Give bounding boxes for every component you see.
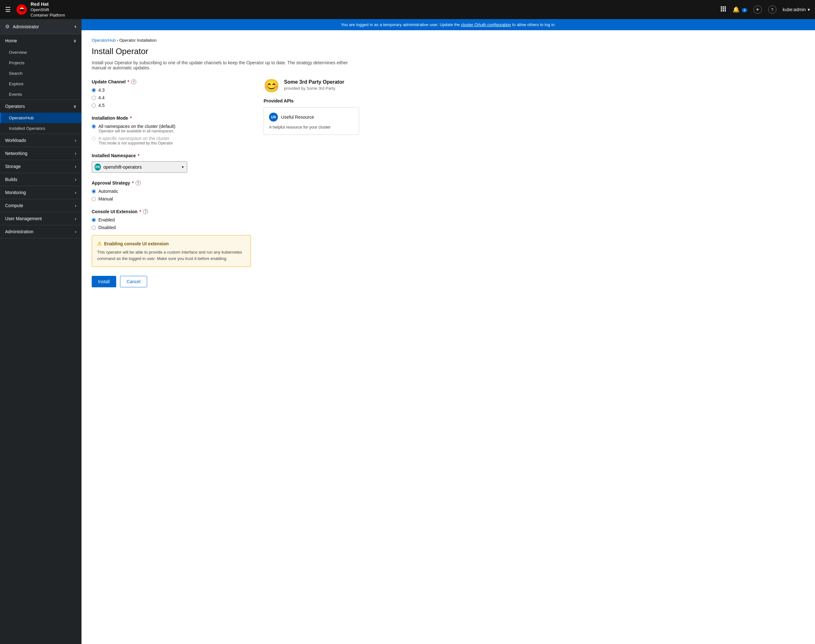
all-namespaces-radio[interactable] [92, 124, 96, 129]
breadcrumb: OperatorHub › Operator Installation [92, 38, 805, 43]
page-title: Install Operator [92, 46, 805, 56]
sidebar-item-operatorhub[interactable]: OperatorHub [0, 113, 82, 123]
sidebar-item-installed-operators[interactable]: Installed Operators [0, 123, 82, 133]
sidebar-section-monitoring-header[interactable]: Monitoring › [0, 186, 82, 199]
app-launcher-icon[interactable] [720, 6, 726, 13]
sidebar-item-explore[interactable]: Explore [0, 78, 82, 89]
sidebar-section-builds-header[interactable]: Builds › [0, 173, 82, 186]
username-label: kube:admin [783, 7, 806, 12]
cancel-button[interactable]: Cancel [120, 276, 148, 287]
sidebar-section-compute-header[interactable]: Compute › [0, 199, 82, 212]
channel-45-radio[interactable] [92, 103, 96, 107]
operator-name: Some 3rd Party Operator [284, 79, 344, 85]
channel-44-radio[interactable] [92, 96, 96, 100]
main-content: OperatorHub › Operator Installation Inst… [82, 30, 815, 644]
namespace-select[interactable]: openshift-operators [103, 164, 177, 170]
notification-count: 4 [742, 8, 747, 12]
channel-44-option[interactable]: 4.4 [92, 95, 251, 100]
chevron-right-icon: › [75, 190, 76, 195]
sidebar-section-user-management-header[interactable]: User Management › [0, 212, 82, 225]
hamburger-menu[interactable]: ☰ [5, 6, 11, 13]
sidebar-section-storage-header[interactable]: Storage › [0, 160, 82, 173]
chevron-right-icon: › [75, 138, 76, 143]
operator-info: 😊 Some 3rd Party Operator provided by So… [264, 79, 359, 287]
sidebar-section-home-header[interactable]: Home ∨ [0, 34, 82, 47]
sidebar-item-search[interactable]: Search [0, 68, 82, 78]
breadcrumb-separator: › [117, 38, 119, 43]
chevron-right-icon: › [75, 203, 76, 208]
breadcrumb-operatorhub[interactable]: OperatorHub [92, 38, 115, 43]
main-wrapper: You are logged in as a temporary adminis… [82, 19, 815, 644]
api-description: A helpful resource for your cluster [269, 125, 354, 129]
button-row: Install Cancel [92, 276, 251, 287]
required-star-4: * [132, 180, 134, 186]
operator-card: 😊 Some 3rd Party Operator provided by So… [264, 79, 359, 92]
help-icon[interactable]: ? [768, 5, 777, 14]
svg-rect-6 [724, 8, 726, 9]
oauth-config-link[interactable]: cluster OAuth configuration [461, 22, 511, 27]
all-namespaces-sublabel: Operator will be available in all namesp… [99, 129, 251, 133]
chevron-right-icon: › [75, 229, 76, 234]
svg-rect-1 [721, 6, 722, 8]
sidebar-item-events[interactable]: Events [0, 89, 82, 100]
console-ui-extension-help-icon[interactable]: ? [143, 209, 148, 214]
specific-namespace-option: A specific namespace on the cluster This… [92, 136, 251, 146]
automatic-radio[interactable] [92, 189, 96, 193]
sidebar-section-networking: Networking › [0, 147, 82, 160]
user-chevron-icon: ▾ [808, 7, 810, 12]
sidebar: ⚙ Administrator ▾ Home ∨ Overview Projec… [0, 19, 82, 644]
enabled-option[interactable]: Enabled [92, 217, 251, 222]
installation-mode-label: Installation Mode * [92, 115, 251, 121]
warning-box: ⚠ Enabling console UI extension This ope… [92, 235, 251, 267]
provided-apis-title: Provided APIs [264, 98, 359, 103]
sidebar-section-operators: Operators ∨ OperatorHub Installed Operat… [0, 100, 82, 134]
api-name: UR Useful Resource [269, 113, 354, 121]
manual-option[interactable]: Manual [92, 196, 251, 201]
install-grid: Update Channel * ? 4.3 4.4 [92, 79, 805, 287]
api-card: UR Useful Resource A helpful resource fo… [264, 107, 359, 135]
select-chevron-icon: ▾ [182, 165, 184, 169]
channel-45-option[interactable]: 4.5 [92, 103, 251, 108]
sidebar-item-overview[interactable]: Overview [0, 47, 82, 58]
install-button[interactable]: Install [92, 276, 116, 287]
sidebar-section-administration-header[interactable]: Administration › [0, 225, 82, 238]
operator-provider: provided by Some 3rd Party [284, 86, 344, 91]
approval-strategy-section: Approval Strategy * ? Automatic Manual [92, 180, 251, 201]
installed-namespace-label: Installed Namespace * [92, 153, 251, 158]
channel-43-option[interactable]: 4.3 [92, 87, 251, 93]
chevron-down-icon: ∨ [73, 38, 76, 43]
update-channel-label: Update Channel * ? [92, 79, 251, 84]
approval-strategy-options: Automatic Manual [92, 189, 251, 201]
specific-namespace-radio[interactable] [92, 136, 96, 141]
automatic-option[interactable]: Automatic [92, 189, 251, 194]
update-channel-help-icon[interactable]: ? [131, 79, 136, 84]
namespace-select-wrapper[interactable]: PR openshift-operators ▾ [92, 161, 187, 173]
channel-43-radio[interactable] [92, 88, 96, 92]
notifications-icon[interactable]: 🔔 4 [732, 6, 747, 13]
enabled-radio[interactable] [92, 218, 96, 222]
sidebar-section-operators-header[interactable]: Operators ∨ [0, 100, 82, 113]
sidebar-section-monitoring: Monitoring › [0, 186, 82, 199]
approval-strategy-help-icon[interactable]: ? [135, 180, 141, 186]
disabled-option[interactable]: Disabled [92, 225, 251, 230]
chevron-down-icon: ∨ [73, 104, 76, 109]
chevron-right-icon: › [75, 151, 76, 156]
manual-radio[interactable] [92, 197, 96, 201]
warning-text: This operator will be able to provide a … [97, 249, 246, 262]
add-icon[interactable]: + [753, 5, 762, 14]
svg-rect-8 [723, 10, 724, 11]
namespace-badge: PR [95, 164, 101, 170]
installation-mode-section: Installation Mode * All namespaces on th… [92, 115, 251, 146]
sidebar-section-workloads-header[interactable]: Workloads › [0, 134, 82, 147]
sidebar-section-workloads: Workloads › [0, 134, 82, 147]
role-selector[interactable]: ⚙ Administrator ▾ [0, 19, 82, 34]
disabled-radio[interactable] [92, 225, 96, 230]
svg-rect-7 [721, 10, 722, 11]
user-menu[interactable]: kube:admin ▾ [783, 7, 810, 12]
sidebar-section-administration: Administration › [0, 225, 82, 238]
all-namespaces-option: All namespaces on the cluster (default) … [92, 124, 251, 133]
sidebar-item-projects[interactable]: Projects [0, 58, 82, 68]
breadcrumb-current: Operator Installation [119, 38, 157, 43]
installation-mode-options: All namespaces on the cluster (default) … [92, 124, 251, 146]
sidebar-section-networking-header[interactable]: Networking › [0, 147, 82, 160]
